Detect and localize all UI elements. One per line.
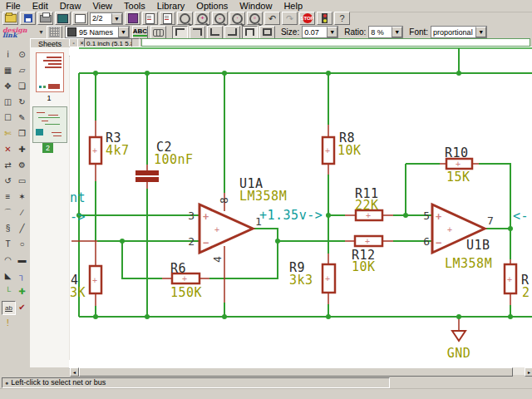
menu-draw[interactable]: Draw bbox=[54, 0, 87, 12]
delete-tool[interactable]: ✕ bbox=[2, 143, 14, 155]
gateswap-tool[interactable]: ⚙ bbox=[16, 159, 28, 171]
replace-tool[interactable]: ↺ bbox=[2, 175, 14, 187]
zoom-fit-button[interactable] bbox=[177, 12, 193, 25]
scroll-left-icon[interactable]: ◄ bbox=[70, 367, 79, 377]
display-tool[interactable]: ▦ bbox=[2, 64, 14, 76]
component-C2[interactable] bbox=[135, 170, 159, 182]
name-tool[interactable]: ▭ bbox=[16, 175, 28, 187]
script-button[interactable] bbox=[142, 12, 158, 25]
horizontal-scrollbar[interactable]: ◄ ► bbox=[70, 367, 532, 375]
net-label-left-1: nt bbox=[70, 190, 86, 205]
sheet-1-label[interactable]: 1 bbox=[30, 94, 68, 102]
board-editor-button[interactable] bbox=[55, 12, 71, 25]
stop-button[interactable]: STOP bbox=[299, 12, 315, 25]
smash-tool[interactable]: ✶ bbox=[16, 190, 28, 203]
invoke-tool[interactable]: § bbox=[2, 222, 14, 234]
svg-text:+: + bbox=[325, 146, 330, 155]
logo-dropdown-icon[interactable]: ▼ bbox=[38, 29, 44, 35]
help-button[interactable]: ? bbox=[334, 12, 350, 25]
arc-tool[interactable]: ◠ bbox=[2, 254, 14, 266]
change-tool[interactable]: ✎ bbox=[16, 111, 28, 124]
wire-tool[interactable]: ╱ bbox=[16, 222, 28, 234]
zoom-select-button[interactable]: ▫ bbox=[247, 12, 263, 25]
bend-style-2[interactable] bbox=[190, 26, 205, 39]
layer-dropdown-icon[interactable]: ▼ bbox=[118, 27, 129, 37]
paste-tool[interactable]: ❐ bbox=[16, 127, 28, 140]
rect-tool[interactable]: ▬ bbox=[16, 254, 28, 266]
net-label-left-2: -> bbox=[70, 209, 86, 224]
svg-text:150K: 150K bbox=[170, 285, 202, 300]
ratio-combo[interactable]: 8 % ▼ bbox=[368, 26, 403, 38]
gnd-symbol[interactable] bbox=[452, 331, 466, 341]
bend-style-1[interactable] bbox=[172, 26, 188, 39]
redo-button[interactable]: ↷ bbox=[282, 12, 298, 25]
copy-tool[interactable]: ❏ bbox=[16, 80, 28, 92]
sheet-2-label-selected[interactable]: 2 bbox=[42, 143, 53, 153]
zoom-out-button[interactable]: - bbox=[212, 12, 228, 25]
print-button[interactable] bbox=[37, 12, 53, 25]
menu-help[interactable]: Help bbox=[278, 0, 308, 12]
bend-style-3[interactable] bbox=[207, 26, 223, 39]
sheet-dropdown-icon[interactable]: ▼ bbox=[111, 13, 122, 24]
menu-window[interactable]: Window bbox=[234, 0, 278, 12]
split-tool[interactable]: ∕ bbox=[16, 206, 28, 219]
open-file-button[interactable] bbox=[2, 12, 18, 25]
miter-tool[interactable]: ⌒ bbox=[2, 206, 14, 219]
erc-tool[interactable]: ✔ bbox=[16, 301, 28, 313]
erc-lights-button[interactable] bbox=[317, 12, 332, 25]
redo-icon: ↷ bbox=[286, 13, 293, 24]
bus-tool[interactable]: ┐ bbox=[16, 269, 28, 282]
scroll-right-icon[interactable]: ► bbox=[525, 367, 532, 377]
menu-library[interactable]: Library bbox=[151, 0, 191, 12]
menu-tools[interactable]: Tools bbox=[118, 0, 151, 12]
save-button[interactable] bbox=[20, 12, 36, 25]
text-tool[interactable]: T bbox=[2, 238, 14, 250]
bend-style-4[interactable] bbox=[224, 26, 240, 39]
size-dropdown-icon[interactable]: ▼ bbox=[327, 27, 337, 37]
run-button[interactable] bbox=[160, 12, 175, 25]
scrollbar-thumb[interactable] bbox=[79, 367, 513, 377]
cut-tool[interactable]: ✄ bbox=[2, 127, 14, 140]
library-button[interactable] bbox=[125, 12, 140, 25]
junction-tool[interactable]: ✚ bbox=[16, 285, 28, 298]
rotate-tool[interactable]: ↻ bbox=[16, 96, 28, 108]
value-tool[interactable]: ≡ bbox=[2, 190, 14, 203]
bend-style-5[interactable] bbox=[242, 26, 258, 39]
circle-tool[interactable]: ○ bbox=[16, 238, 28, 250]
schematic-canvas[interactable]: + − + + − + ++ ++ ++ ++ + 3 2 1 8 4 5 6 … bbox=[70, 47, 532, 367]
polygon-tool[interactable]: ◣ bbox=[2, 269, 14, 282]
menu-options[interactable]: Options bbox=[190, 0, 234, 12]
undo-button[interactable]: ↶ bbox=[264, 12, 280, 25]
zoom-redraw-button[interactable]: · bbox=[229, 12, 245, 25]
ratio-dropdown-icon[interactable]: ▼ bbox=[392, 27, 402, 37]
errors-tool[interactable]: ! bbox=[2, 317, 14, 329]
grid-button[interactable] bbox=[47, 26, 62, 39]
menu-edit[interactable]: Edit bbox=[27, 0, 54, 12]
command-input[interactable] bbox=[141, 38, 530, 47]
net-tool[interactable]: └ bbox=[2, 285, 14, 298]
group-tool[interactable]: ☐ bbox=[2, 111, 14, 124]
xref-button[interactable] bbox=[150, 26, 166, 39]
sheet-selector[interactable]: 2/2▼ bbox=[90, 12, 123, 25]
zoom-in-button[interactable]: + bbox=[195, 12, 210, 25]
font-dropdown-icon[interactable]: ▼ bbox=[475, 27, 486, 37]
sheet-1-thumbnail[interactable] bbox=[36, 52, 64, 92]
menu-file[interactable]: File bbox=[0, 0, 27, 12]
info-tool[interactable]: i bbox=[2, 48, 14, 61]
sheet-2-thumbnail[interactable] bbox=[32, 106, 67, 143]
menu-view[interactable]: View bbox=[86, 0, 118, 12]
font-combo[interactable]: proportional ▼ bbox=[431, 26, 487, 38]
pinswap-tool[interactable]: ⇄ bbox=[2, 159, 14, 171]
mark-tool[interactable]: ▱ bbox=[16, 64, 28, 76]
size-combo[interactable]: 0.07 ▼ bbox=[302, 26, 338, 38]
move-tool[interactable]: ✥ bbox=[2, 80, 14, 92]
show-tool[interactable]: ⊙ bbox=[16, 48, 28, 61]
label-tool[interactable]: ab bbox=[2, 301, 16, 315]
net-label-right: <- bbox=[513, 209, 529, 224]
layer-selector[interactable]: 95 Names ▼ bbox=[65, 26, 130, 38]
abc-button[interactable]: ABC bbox=[132, 26, 148, 39]
mirror-tool[interactable]: ◫ bbox=[2, 96, 14, 108]
sheet-frame-button[interactable] bbox=[72, 12, 88, 25]
add-tool[interactable]: ✚ bbox=[16, 143, 28, 155]
bend-style-6[interactable] bbox=[259, 26, 275, 39]
